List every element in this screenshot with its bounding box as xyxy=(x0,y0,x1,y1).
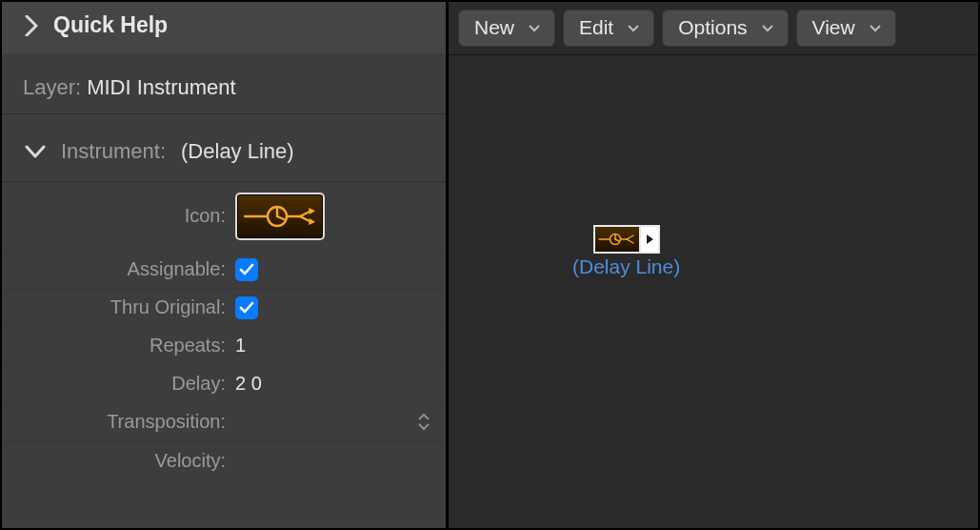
chevron-down-icon xyxy=(869,24,882,32)
assignable-label: Assignable: xyxy=(2,258,226,280)
transposition-label: Transposition: xyxy=(2,411,226,433)
prop-row-delay[interactable]: Delay: 2 0 xyxy=(2,365,446,403)
instrument-label: Instrument: xyxy=(61,139,166,164)
environment-panel: New Edit Options View xyxy=(446,2,978,528)
layer-label: Layer: xyxy=(23,75,81,100)
prop-row-assignable: Assignable: xyxy=(2,251,446,289)
icon-prop-label: Icon: xyxy=(2,205,226,227)
prop-row-thru-original: Thru Original: xyxy=(2,289,446,327)
quick-help-title: Quick Help xyxy=(53,12,168,38)
chevron-down-icon xyxy=(25,145,46,158)
instrument-icon-selector[interactable] xyxy=(235,193,325,240)
repeats-label: Repeats: xyxy=(2,335,226,357)
instrument-section-header[interactable]: Instrument: (Delay Line) xyxy=(2,114,446,182)
chevron-down-icon xyxy=(627,24,640,32)
environment-toolbar: New Edit Options View xyxy=(449,2,978,55)
prop-row-transposition[interactable]: Transposition: xyxy=(2,403,446,441)
check-icon xyxy=(238,261,255,278)
options-menu-button[interactable]: Options xyxy=(662,10,788,47)
chevron-down-icon xyxy=(528,24,541,32)
layer-value: MIDI Instrument xyxy=(87,75,235,100)
prop-row-velocity[interactable]: Velocity: xyxy=(2,441,446,479)
prop-row-repeats[interactable]: Repeats: 1 xyxy=(2,327,446,365)
svg-line-8 xyxy=(615,239,619,241)
layer-row[interactable]: Layer: MIDI Instrument xyxy=(2,53,446,114)
edit-label: Edit xyxy=(579,16,613,39)
thru-original-checkbox[interactable] xyxy=(235,296,258,319)
assignable-checkbox[interactable] xyxy=(235,258,258,281)
delay-value: 2 0 xyxy=(235,373,262,395)
quick-help-header[interactable]: Quick Help xyxy=(2,2,446,53)
velocity-label: Velocity: xyxy=(2,450,226,472)
chevron-up-icon xyxy=(417,413,430,420)
environment-canvas[interactable]: (Delay Line) xyxy=(449,55,978,528)
instrument-value: (Delay Line) xyxy=(181,139,294,164)
edit-menu-button[interactable]: Edit xyxy=(563,10,654,47)
chevron-right-icon xyxy=(25,15,38,36)
chevron-down-icon xyxy=(417,423,430,431)
thru-original-label: Thru Original: xyxy=(2,296,226,318)
check-icon xyxy=(238,299,255,316)
inspector-panel: Quick Help Layer: MIDI Instrument Instru… xyxy=(2,2,446,528)
view-menu-button[interactable]: View xyxy=(796,10,896,47)
prop-row-icon: Icon: xyxy=(2,182,446,251)
triangle-right-icon xyxy=(645,234,654,245)
delay-line-node[interactable]: (Delay Line) xyxy=(572,225,680,278)
node-label: (Delay Line) xyxy=(572,255,680,278)
repeats-value: 1 xyxy=(235,335,246,357)
delay-line-icon xyxy=(243,200,317,233)
delay-label: Delay: xyxy=(2,373,226,395)
transposition-stepper[interactable] xyxy=(417,413,430,431)
new-menu-button[interactable]: New xyxy=(458,10,555,47)
options-label: Options xyxy=(678,16,747,39)
view-label: View xyxy=(812,16,855,39)
svg-line-3 xyxy=(277,216,284,219)
new-label: New xyxy=(474,16,514,39)
delay-line-icon xyxy=(595,227,641,252)
chevron-down-icon xyxy=(761,24,774,32)
node-output-port[interactable] xyxy=(641,227,658,252)
